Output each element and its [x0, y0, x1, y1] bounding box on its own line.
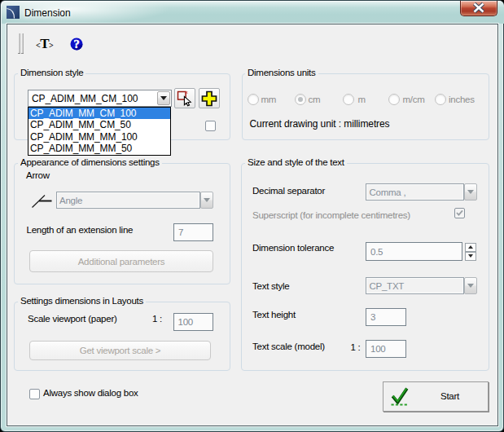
svg-text:?: ?: [73, 37, 79, 51]
